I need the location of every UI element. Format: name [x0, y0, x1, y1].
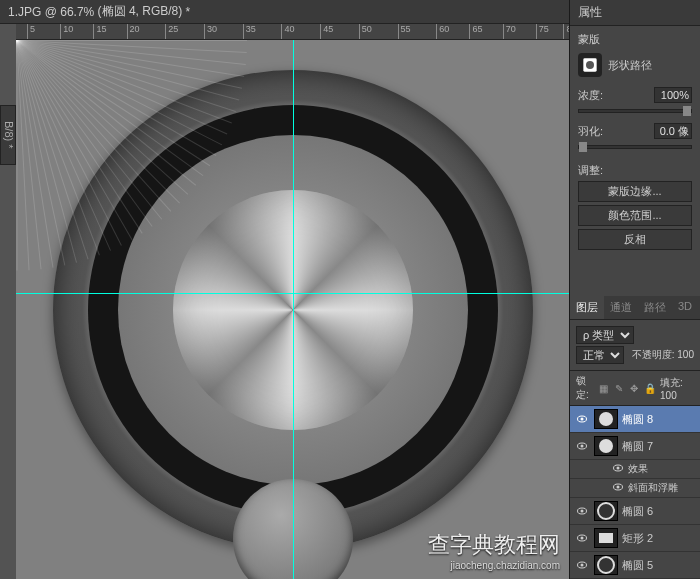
ruler-tick: 25: [165, 24, 178, 40]
density-label: 浓度:: [578, 88, 603, 103]
feather-label: 羽化:: [578, 124, 603, 139]
layer-row[interactable]: 椭圆 6: [570, 498, 700, 525]
adjust-label: 调整:: [578, 163, 692, 178]
ruler-tick: 50: [359, 24, 372, 40]
vector-mask-icon[interactable]: [578, 53, 602, 77]
watermark-sub: jiaocheng.chazidian.com: [428, 560, 560, 571]
ruler-tick: 65: [469, 24, 482, 40]
lock-label: 锁定:: [576, 374, 594, 402]
ruler-tick: 35: [243, 24, 256, 40]
layer-row[interactable]: 椭圆 8: [570, 406, 700, 433]
layer-fx-row[interactable]: 效果: [570, 460, 700, 479]
layer-list: 椭圆 8 椭圆 7 效果 斜面和浮雕 椭圆 6 矩形 2 椭圆 5: [570, 406, 700, 579]
ruler-tick: 60: [436, 24, 449, 40]
density-slider[interactable]: [578, 109, 692, 113]
feather-input[interactable]: [654, 123, 692, 139]
lock-move-icon[interactable]: ✥: [629, 381, 640, 395]
layer-name[interactable]: 椭圆 6: [622, 504, 653, 519]
tab-3d[interactable]: 3D: [672, 296, 698, 319]
layer-row[interactable]: 椭圆 5: [570, 552, 700, 579]
layer-thumb[interactable]: [594, 436, 618, 456]
svg-point-13: [581, 537, 584, 540]
layer-thumb[interactable]: [594, 528, 618, 548]
visibility-icon[interactable]: [574, 438, 590, 454]
layer-thumb[interactable]: [594, 501, 618, 521]
mask-edge-button[interactable]: 蒙版边缘...: [578, 181, 692, 202]
tab-channels[interactable]: 通道: [604, 296, 638, 319]
ruler-horizontal[interactable]: 5 10 15 20 25 30 35 40 45 50 55 60 65 70…: [16, 24, 569, 40]
layer-row[interactable]: 椭圆 7: [570, 433, 700, 460]
doc-zoom: 66.7%: [60, 5, 94, 19]
svg-point-11: [581, 510, 584, 513]
watermark-main: 查字典教程网: [428, 532, 560, 557]
layer-thumb[interactable]: [594, 409, 618, 429]
canvas[interactable]: [16, 40, 569, 579]
layer-name[interactable]: 椭圆 5: [622, 558, 653, 573]
visibility-icon[interactable]: [612, 481, 624, 495]
doc-at: @: [41, 5, 60, 19]
visibility-icon[interactable]: [574, 530, 590, 546]
doc-mode: (椭圆 4, RGB/8): [98, 3, 183, 20]
lock-all-icon[interactable]: 🔒: [644, 381, 656, 395]
doc-star: *: [182, 5, 190, 19]
layer-fx-bevel[interactable]: 斜面和浮雕: [570, 479, 700, 498]
ruler-tick: 30: [204, 24, 217, 40]
layer-thumb[interactable]: [594, 555, 618, 575]
svg-point-3: [581, 418, 584, 421]
properties-panel-body: 蒙版 形状路径 浓度: 羽化: 调整: 蒙版边缘... 颜色范围... 反相: [570, 26, 700, 259]
secondary-doc-tab[interactable]: B/8) *: [0, 105, 16, 165]
visibility-icon[interactable]: [574, 411, 590, 427]
blend-mode-select[interactable]: 正常: [576, 346, 624, 364]
opacity-label: 不透明度:: [632, 349, 675, 360]
ruler-tick: 10: [60, 24, 73, 40]
svg-point-9: [617, 486, 620, 489]
ruler-tick: 15: [93, 24, 106, 40]
layer-name[interactable]: 椭圆 7: [622, 439, 653, 454]
layer-name[interactable]: 椭圆 8: [622, 412, 653, 427]
ruler-tick: 75: [536, 24, 549, 40]
svg-point-15: [581, 564, 584, 567]
layers-panel-tabs: 图层 通道 路径 3D: [570, 296, 700, 320]
feather-slider[interactable]: [578, 145, 692, 149]
lock-transparent-icon[interactable]: ▦: [598, 381, 609, 395]
shape-path-label: 形状路径: [608, 58, 652, 73]
visibility-icon[interactable]: [574, 557, 590, 573]
layer-row[interactable]: 矩形 2: [570, 525, 700, 552]
density-input[interactable]: [654, 87, 692, 103]
color-range-button[interactable]: 颜色范围...: [578, 205, 692, 226]
doc-filename: 1.JPG: [8, 5, 41, 19]
fill-label: 填充:: [660, 377, 683, 388]
ruler-tick: 55: [398, 24, 411, 40]
right-panels: 属性 蒙版 形状路径 浓度: 羽化: 调整: 蒙版边缘... 颜色范围... 反…: [569, 0, 700, 579]
svg-point-5: [581, 445, 584, 448]
fx-effects-label: 效果: [628, 462, 648, 476]
svg-point-7: [617, 467, 620, 470]
invert-button[interactable]: 反相: [578, 229, 692, 250]
ruler-tick: 70: [503, 24, 516, 40]
visibility-icon[interactable]: [612, 462, 624, 476]
svg-point-1: [586, 61, 594, 69]
lock-brush-icon[interactable]: ✎: [614, 381, 625, 395]
fill-value[interactable]: 100: [660, 390, 677, 401]
mask-section-label: 蒙版: [578, 32, 692, 47]
ruler-tick: 20: [127, 24, 140, 40]
ruler-tick: 5: [27, 24, 35, 40]
watermark: 查字典教程网 jiaocheng.chazidian.com: [428, 530, 560, 571]
guide-horizontal[interactable]: [16, 293, 569, 294]
layer-kind-filter[interactable]: ρ 类型: [576, 326, 634, 344]
guide-vertical[interactable]: [293, 40, 294, 579]
fx-bevel-label: 斜面和浮雕: [628, 481, 678, 495]
visibility-icon[interactable]: [574, 503, 590, 519]
tab-layers[interactable]: 图层: [570, 296, 604, 319]
tab-paths[interactable]: 路径: [638, 296, 672, 319]
properties-panel-title[interactable]: 属性: [570, 0, 700, 26]
layer-name[interactable]: 矩形 2: [622, 531, 653, 546]
opacity-value[interactable]: 100: [677, 349, 694, 360]
ruler-tick: 45: [320, 24, 333, 40]
ruler-tick: 40: [281, 24, 294, 40]
